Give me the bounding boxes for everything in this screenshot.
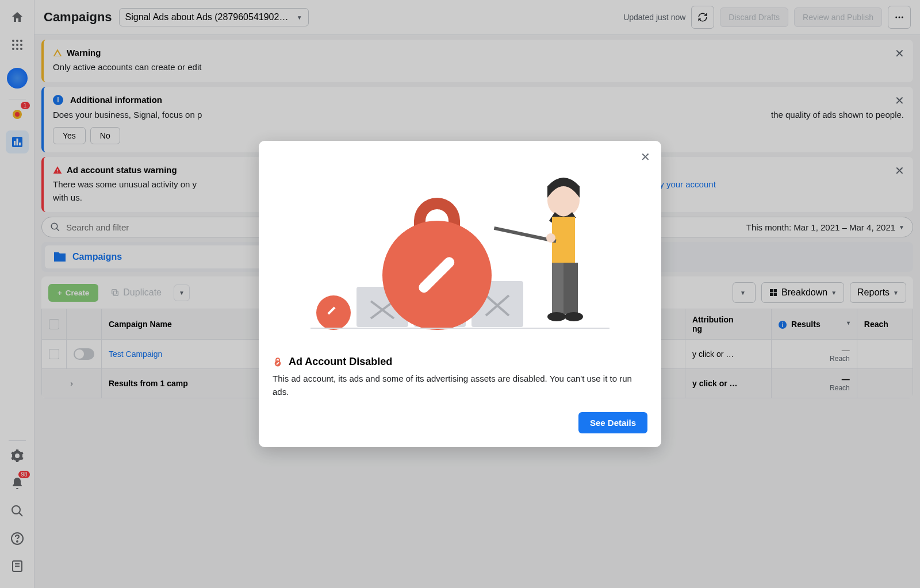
lock-icon bbox=[273, 357, 283, 367]
svg-point-54 bbox=[547, 312, 566, 321]
svg-point-57 bbox=[546, 233, 555, 243]
modal-illustration bbox=[273, 166, 647, 339]
close-icon[interactable]: ✕ bbox=[636, 148, 654, 166]
svg-rect-53 bbox=[552, 263, 564, 314]
modal-title: Ad Account Disabled bbox=[289, 356, 392, 368]
modal-body: This ad account, its ads and some of its… bbox=[273, 372, 647, 398]
svg-point-46 bbox=[316, 295, 351, 330]
modal-overlay: ✕ bbox=[0, 0, 920, 588]
see-details-button[interactable]: See Details bbox=[578, 412, 647, 433]
ad-account-disabled-modal: ✕ bbox=[259, 141, 661, 447]
svg-point-55 bbox=[565, 312, 583, 321]
